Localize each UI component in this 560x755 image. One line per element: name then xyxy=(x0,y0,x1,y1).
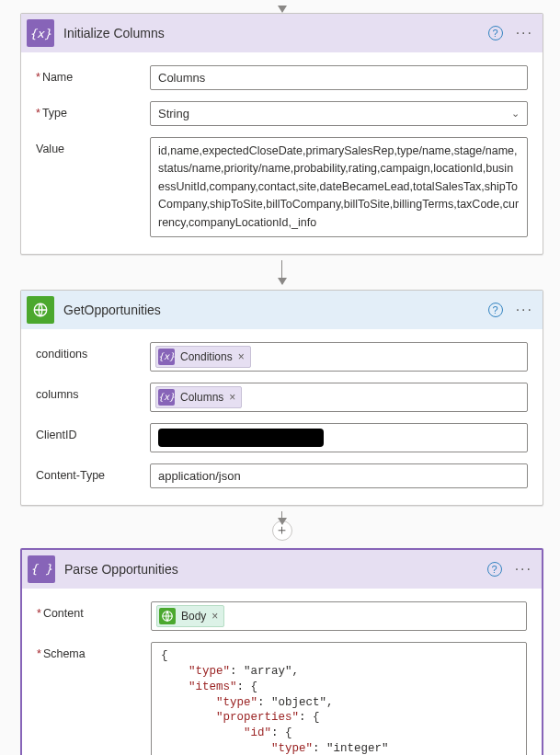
name-label: *Name xyxy=(36,65,150,84)
clientid-label: ClientID xyxy=(36,423,150,441)
chevron-down-icon: ⌄ xyxy=(511,108,520,120)
type-select[interactable]: String ⌄ xyxy=(150,101,528,126)
help-icon[interactable]: ? xyxy=(488,26,503,40)
more-menu-icon[interactable]: ··· xyxy=(516,29,533,37)
content-label: *Content xyxy=(37,601,151,620)
schema-textarea[interactable]: { "type": "array", "items": { "type": "o… xyxy=(151,642,527,755)
conditions-label: conditions xyxy=(36,342,150,360)
action-card-parse-opportunities[interactable]: { } Parse Opportunities ? ··· *Content xyxy=(20,548,543,755)
variable-icon: {x} xyxy=(27,19,54,47)
remove-token-icon[interactable]: × xyxy=(238,350,245,363)
value-textarea[interactable]: id,name,expectedCloseDate,primarySalesRe… xyxy=(150,137,528,237)
body-token[interactable]: Body × xyxy=(156,605,224,627)
more-menu-icon[interactable]: ··· xyxy=(515,566,532,573)
value-label: Value xyxy=(36,137,150,155)
globe-icon xyxy=(159,608,176,624)
content-type-label: Content-Type xyxy=(36,463,150,482)
token-label: Body xyxy=(181,610,206,623)
token-label: Conditions xyxy=(180,350,233,363)
action-card-initialize-columns[interactable]: {x} Initialize Columns ? ··· *Name Colum… xyxy=(20,13,543,255)
help-icon[interactable]: ? xyxy=(487,562,502,577)
remove-token-icon[interactable]: × xyxy=(229,391,235,404)
card-title: GetOpportunities xyxy=(63,303,488,317)
clientid-field[interactable] xyxy=(150,423,528,452)
variable-icon: {x} xyxy=(158,349,175,365)
card-title: Initialize Columns xyxy=(63,26,488,40)
action-card-get-opportunities[interactable]: GetOpportunities ? ··· conditions {x} Co… xyxy=(20,290,543,506)
card-header[interactable]: { } Parse Opportunities ? ··· xyxy=(22,550,542,589)
content-field[interactable]: Body × xyxy=(151,601,527,631)
columns-label: columns xyxy=(36,383,150,401)
arrow-connector xyxy=(20,260,543,284)
data-operations-icon: { } xyxy=(28,555,55,583)
redacted-value xyxy=(158,429,324,447)
name-input[interactable]: Columns xyxy=(150,65,528,90)
columns-field[interactable]: {x} Columns × xyxy=(150,383,528,412)
card-header[interactable]: GetOpportunities ? ··· xyxy=(21,291,543,329)
token-label: Columns xyxy=(180,391,223,404)
remove-token-icon[interactable]: × xyxy=(211,610,218,623)
columns-token[interactable]: {x} Columns × xyxy=(155,386,242,408)
globe-icon xyxy=(27,296,54,324)
schema-label: *Schema xyxy=(37,642,151,660)
card-title: Parse Opportunities xyxy=(64,562,487,577)
conditions-token[interactable]: {x} Conditions × xyxy=(155,346,251,368)
variable-icon: {x} xyxy=(158,389,175,406)
content-type-input[interactable]: application/json xyxy=(150,463,528,488)
more-menu-icon[interactable]: ··· xyxy=(516,306,533,314)
card-header[interactable]: {x} Initialize Columns ? ··· xyxy=(21,14,543,52)
conditions-field[interactable]: {x} Conditions × xyxy=(150,342,528,372)
help-icon[interactable]: ? xyxy=(488,303,503,317)
type-label: *Type xyxy=(36,101,150,120)
type-select-value: String xyxy=(158,107,189,120)
